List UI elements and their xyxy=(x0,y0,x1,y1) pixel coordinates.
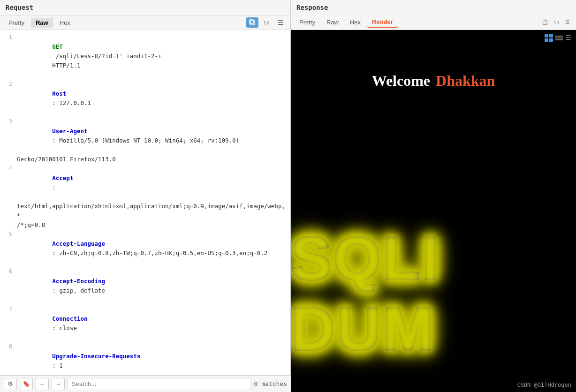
code-line-4b: text/html,application/xhtml+xml,applicat… xyxy=(0,202,290,220)
resp-menu[interactable]: ☰ xyxy=(563,18,572,27)
resp-tab-pretty[interactable]: Pretty xyxy=(295,17,320,27)
method: GET xyxy=(52,43,63,50)
matches-count: 0 matches xyxy=(254,380,287,387)
bottom-bar: ⚙ 🔖 ← → 0 matches xyxy=(0,375,291,392)
code-line-3b: Gecko/20100101 Firefox/113.0 xyxy=(0,155,290,164)
forward-btn[interactable]: → xyxy=(52,378,65,390)
tab-pretty[interactable]: Pretty xyxy=(4,18,29,28)
request-title: Request xyxy=(0,0,290,15)
svg-rect-1 xyxy=(250,20,253,23)
code-line-4: 4 Accept : xyxy=(0,164,290,202)
tab-hex[interactable]: Hex xyxy=(55,18,75,28)
code-line-3: 3 User-Agent : Mozilla/5.0 (Windows NT 1… xyxy=(0,117,290,155)
render-area: ☰ Welcome Dhakkan SQLI DUM CSDN @OITHdro… xyxy=(291,30,576,392)
user-name-text: Dhakkan xyxy=(436,72,495,90)
csdn-watermark: CSDN @OITHdrogen xyxy=(517,382,571,388)
resp-slash-n[interactable]: \n xyxy=(552,18,561,27)
list-view-icon[interactable] xyxy=(555,34,563,42)
grid-view-icon[interactable] xyxy=(545,34,553,42)
resp-copy-icon[interactable]: 📋 xyxy=(540,18,550,27)
request-code-area: 1 GET /sqli/Less-8/?id=1' +and+1-2-+ HTT… xyxy=(0,30,290,375)
resp-menu-icon[interactable]: ☰ xyxy=(565,34,571,42)
menu-btn[interactable]: ☰ xyxy=(274,17,287,28)
tab-raw[interactable]: Raw xyxy=(31,18,53,28)
code-line-1: 1 GET /sqli/Less-8/?id=1' +and+1-2-+ HTT… xyxy=(0,33,290,80)
back-btn[interactable]: ← xyxy=(36,378,49,390)
search-input[interactable] xyxy=(68,378,251,390)
sqli-letters: SQLI DUM xyxy=(291,223,576,364)
welcome-section: Welcome Dhakkan xyxy=(372,72,495,90)
code-line-5: 5 Accept-Language : zh-CN,zh;q=0.8,zh-TW… xyxy=(0,230,290,267)
resp-tab-render[interactable]: Render xyxy=(367,17,398,28)
bookmark-btn[interactable]: 🔖 xyxy=(20,378,33,390)
code-line-6: 6 Accept-Encoding : gzip, deflate xyxy=(0,267,290,305)
sqli-text-section: SQLI DUM xyxy=(291,223,576,364)
slash-n-btn[interactable]: \n xyxy=(260,17,273,28)
welcome-text: Welcome xyxy=(372,72,430,90)
resp-tab-raw[interactable]: Raw xyxy=(322,17,343,27)
code-line-8: 8 Upgrade-Insecure-Requests : 1 xyxy=(0,342,290,375)
copy-icon-btn[interactable] xyxy=(246,17,258,28)
code-line-2: 2 Host : 127.0.0.1 xyxy=(0,80,290,117)
request-tabs-bar: Pretty Raw Hex \n ☰ xyxy=(0,15,290,30)
response-header-bar: Response Pretty Raw Hex Render 📋 \n ☰ xyxy=(291,0,576,30)
resp-tab-hex[interactable]: Hex xyxy=(345,17,365,27)
code-line-7: 7 Connection : close xyxy=(0,305,290,342)
response-tabs-bar: Pretty Raw Hex Render 📋 \n ☰ xyxy=(291,15,576,30)
settings-btn[interactable]: ⚙ xyxy=(4,378,17,390)
svg-rect-0 xyxy=(250,21,255,25)
code-line-4c: /*;q=0.8 xyxy=(0,220,290,230)
response-title: Response xyxy=(291,0,576,15)
response-panel: Response Pretty Raw Hex Render 📋 \n ☰ xyxy=(291,0,576,392)
